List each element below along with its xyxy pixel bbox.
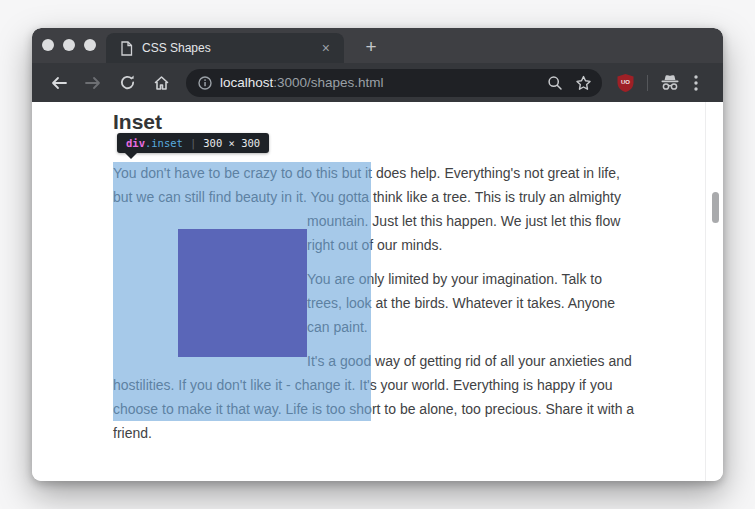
forward-button[interactable] (78, 68, 108, 98)
devtools-inspect-tooltip: div.inset | 300 × 300 (117, 133, 269, 153)
url-path: :3000/shapes.html (273, 75, 383, 90)
incognito-profile-button[interactable] (657, 70, 683, 96)
browser-window: CSS Shapes × + (32, 28, 723, 481)
reload-button[interactable] (112, 68, 142, 98)
incognito-icon (660, 74, 680, 91)
window-controls (42, 39, 96, 51)
zoom-window-button[interactable] (84, 39, 96, 51)
star-icon (575, 75, 592, 91)
kebab-menu-icon (694, 75, 698, 91)
reload-icon (119, 74, 136, 91)
toolbar-separator (647, 75, 648, 91)
bookmark-button[interactable] (575, 75, 592, 91)
minimize-window-button[interactable] (63, 39, 75, 51)
search-tabs-button[interactable] (547, 75, 563, 91)
home-icon (153, 75, 170, 91)
browser-menu-button[interactable] (683, 70, 709, 96)
address-bar[interactable]: localhost:3000/shapes.html (186, 69, 602, 97)
new-tab-button[interactable]: + (357, 34, 385, 60)
url-text[interactable]: localhost:3000/shapes.html (220, 75, 535, 90)
home-button[interactable] (146, 68, 176, 98)
page-title: Inset (113, 110, 162, 134)
scrollbar-thumb[interactable] (712, 192, 719, 223)
close-window-button[interactable] (42, 39, 54, 51)
scrollbar-track (705, 102, 706, 481)
tab-title: CSS Shapes (142, 41, 318, 55)
tooltip-class-name: .inset (145, 137, 183, 149)
tab-close-icon[interactable]: × (318, 39, 334, 57)
tab-strip: CSS Shapes × + (32, 28, 723, 63)
url-host: localhost (220, 75, 273, 90)
tooltip-tag-name: div (126, 137, 145, 149)
back-arrow-icon (50, 76, 68, 90)
tooltip-dimensions: 300 × 300 (203, 137, 260, 149)
ublock-origin-button[interactable]: UO (612, 70, 638, 96)
page-favicon-icon (120, 41, 133, 56)
search-icon (547, 75, 563, 91)
navigation-toolbar: localhost:3000/shapes.html UO (32, 63, 723, 102)
back-button[interactable] (44, 68, 74, 98)
svg-text:UO: UO (621, 78, 630, 84)
forward-arrow-icon (84, 76, 102, 90)
tooltip-separator: | (190, 137, 196, 149)
tab-css-shapes[interactable]: CSS Shapes × (106, 33, 344, 63)
extensions-area: UO (612, 70, 709, 96)
ublock-shield-icon: UO (616, 73, 635, 93)
article-text: You don't have to be crazy to do this bu… (113, 161, 635, 455)
page-info-icon[interactable] (198, 76, 212, 90)
page-content: Inset You don't have to be crazy to do t… (32, 102, 723, 481)
